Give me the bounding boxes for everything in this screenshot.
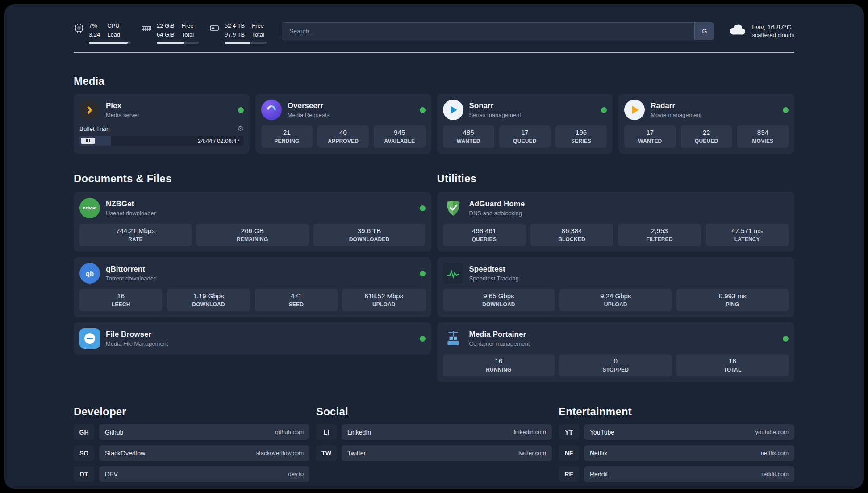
stat-box: 834MOVIES: [737, 125, 789, 148]
bookmark-label: Twitter: [347, 450, 366, 457]
cpu-progress-bar: [89, 42, 131, 44]
memory-total-label: Total: [182, 30, 194, 39]
app-card-plex[interactable]: Plex Media server Bullet Train ⚙: [74, 94, 250, 154]
pause-button[interactable]: [81, 138, 95, 144]
app-name: Radarr: [651, 101, 701, 110]
app-subtitle: Torrent downloader: [106, 275, 155, 282]
bookmark-linkedin[interactable]: LI LinkedInlinkedin.com: [316, 424, 552, 440]
bookmark-group-social: Social LI LinkedInlinkedin.com TW Twitte…: [316, 405, 552, 482]
player-progress-bar[interactable]: 24:44 / 02:06:47: [79, 136, 244, 146]
cpu-load-value: 3.24: [89, 30, 100, 39]
storage-total-label: Total: [252, 30, 264, 39]
plex-now-playing: Bullet Train ⚙ 24:44 / 02:06:47: [79, 125, 244, 146]
app-name: qBittorrent: [106, 265, 155, 274]
stat-box: 39.6 TBDOWNLOADED: [313, 224, 426, 246]
bookmark-abbr: GH: [74, 424, 94, 440]
adguard-icon: [443, 198, 463, 218]
bookmark-netflix[interactable]: NF Netflixnetflix.com: [559, 445, 794, 461]
stat-box: 16RUNNING: [443, 354, 555, 376]
stat-box: 22QUEUED: [681, 125, 732, 148]
cpu-load-label: Load: [107, 30, 120, 39]
memory-icon: [141, 21, 152, 33]
bookmark-twitter[interactable]: TW Twittertwitter.com: [316, 445, 552, 461]
header: 7% 3.24 CPU Load: [74, 21, 794, 44]
memory-progress-bar: [157, 42, 199, 44]
bookmark-github[interactable]: GH Githubgithub.com: [74, 424, 309, 440]
memory-free-label: Free: [182, 21, 194, 30]
bookmark-abbr: TW: [316, 445, 337, 461]
overseerr-icon: [261, 100, 282, 120]
plex-icon: [79, 100, 100, 120]
bookmark-reddit[interactable]: RE Redditreddit.com: [559, 466, 794, 482]
nzbget-icon: nzbget: [79, 198, 100, 218]
bookmark-abbr: YT: [559, 424, 579, 440]
status-dot: [420, 107, 426, 113]
app-card-nzbget[interactable]: nzbget NZBGet Usenet downloader 744.21 M…: [74, 192, 431, 252]
header-divider: [74, 52, 794, 53]
app-name: Plex: [106, 101, 139, 110]
dashboard-frame: 7% 3.24 CPU Load: [4, 4, 864, 489]
app-card-overseerr[interactable]: Overseerr Media Requests 21PENDING 40APP…: [255, 94, 431, 154]
app-name: NZBGet: [106, 200, 156, 209]
gear-icon[interactable]: ⚙: [238, 125, 243, 133]
bookmark-abbr: SO: [74, 445, 94, 461]
filebrowser-icon: [79, 328, 100, 349]
app-name: Media Portainer: [469, 330, 530, 339]
status-dot: [420, 271, 426, 276]
search-bar: G: [282, 22, 714, 40]
stat-box: 2,953FILTERED: [618, 224, 701, 246]
speedtest-icon: [443, 263, 463, 284]
app-subtitle: Container management: [469, 340, 530, 347]
app-subtitle: Speedtest Tracking: [469, 275, 519, 282]
bookmark-label: StackOverflow: [105, 450, 145, 457]
section-title-documents: Documents & Files: [74, 172, 431, 185]
app-subtitle: Usenet downloader: [106, 210, 156, 217]
bookmark-abbr: DT: [74, 466, 94, 482]
stat-box: 744.21 MbpsRATE: [79, 224, 192, 246]
memory-total-value: 64 GiB: [157, 30, 175, 39]
bookmark-url: netflix.com: [761, 450, 789, 456]
qbittorrent-icon: qb: [79, 263, 100, 284]
app-subtitle: Series management: [469, 112, 521, 118]
stat-box: 16TOTAL: [676, 354, 789, 376]
app-card-portainer[interactable]: Media Portainer Container management 16R…: [437, 322, 795, 382]
bookmark-url: stackoverflow.com: [256, 450, 304, 456]
bookmark-label: Github: [105, 429, 123, 436]
player-time: 24:44 / 02:06:47: [198, 138, 240, 144]
search-input[interactable]: [282, 23, 694, 40]
storage-free-label: Free: [252, 21, 264, 30]
stat-box: 21PENDING: [261, 125, 313, 148]
app-name: Overseerr: [288, 101, 330, 110]
app-card-sonarr[interactable]: Sonarr Series management 485WANTED 17QUE…: [437, 94, 613, 154]
stat-box: 0STOPPED: [559, 354, 672, 376]
bookmark-stackoverflow[interactable]: SO StackOverflowstackoverflow.com: [74, 445, 309, 461]
bookmark-abbr: RE: [559, 466, 579, 482]
section-title-media: Media: [74, 75, 794, 88]
bookmark-youtube[interactable]: YT YouTubeyoutube.com: [559, 424, 794, 440]
bookmark-url: linkedin.com: [514, 429, 546, 435]
section-utilities: Utilities AdGuard Home DNS and: [437, 172, 795, 382]
stat-box: 498,461QUERIES: [443, 224, 526, 246]
section-media: Media Plex Media server Bullet Train: [74, 75, 794, 154]
app-card-radarr[interactable]: Radarr Movie management 17WANTED 22QUEUE…: [618, 94, 794, 154]
app-card-adguard[interactable]: AdGuard Home DNS and adblocking 498,461Q…: [437, 192, 795, 252]
app-card-qbittorrent[interactable]: qb qBittorrent Torrent downloader 16LEEC…: [74, 257, 431, 317]
search-engine-button[interactable]: G: [694, 23, 714, 40]
stat-box: 196SERIES: [555, 125, 607, 148]
stat-box: 17WANTED: [624, 125, 676, 148]
bookmark-url: dev.to: [288, 471, 304, 477]
app-subtitle: Media server: [106, 112, 139, 118]
stat-box: 0.993 msPING: [676, 289, 789, 311]
app-card-speedtest[interactable]: Speedtest Speedtest Tracking 9.65 GbpsDO…: [437, 257, 795, 317]
app-subtitle: DNS and adblocking: [469, 210, 525, 217]
storage-progress-bar: [225, 42, 267, 44]
storage-widget: 52.4 TB 97.9 TB Free Total: [209, 21, 267, 44]
section-documents: Documents & Files nzbget NZBGet Usenet d…: [74, 172, 431, 355]
bookmark-url: reddit.com: [761, 471, 789, 477]
bookmark-label: DEV: [105, 471, 118, 478]
stat-box: 47.571 msLATENCY: [706, 224, 789, 246]
memory-widget: 22 GiB 64 GiB Free Total: [141, 21, 199, 44]
bookmark-dev[interactable]: DT DEVdev.to: [74, 466, 309, 482]
weather-location: Lviv, 16.87°C: [752, 22, 794, 32]
app-card-filebrowser[interactable]: File Browser Media File Management: [74, 322, 431, 355]
